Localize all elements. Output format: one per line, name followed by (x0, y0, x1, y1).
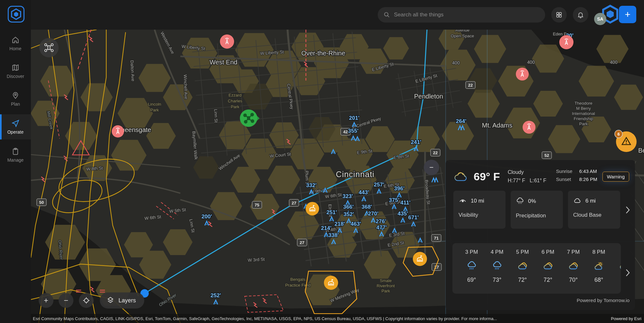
hour-label: 4 PM (491, 249, 504, 255)
sidebar-item-label: Plan (11, 101, 20, 107)
apps-grid-button[interactable] (551, 7, 567, 23)
sidebar-item-discover[interactable]: Discover (0, 59, 31, 84)
layers-button[interactable]: Layers (100, 292, 144, 309)
add-button[interactable]: + (619, 6, 636, 23)
layers-icon (106, 296, 115, 305)
tower-marker[interactable] (220, 34, 234, 49)
weather-warning-button[interactable]: Warning (602, 172, 629, 182)
park-label: Ezzard (229, 93, 242, 98)
tower-marker[interactable] (559, 35, 573, 49)
stadium-marker[interactable] (413, 252, 427, 266)
warning-count-badge: 6 (615, 130, 622, 138)
hour-temp: 73° (493, 277, 501, 283)
account-menu[interactable]: SA (594, 3, 619, 26)
navigation-arrow-icon (11, 119, 20, 128)
cluster-minus-label: − (430, 163, 434, 171)
tower-marker[interactable] (523, 121, 535, 134)
cloud-base-value: 6 mi (585, 198, 596, 204)
route-shield: 50 (39, 200, 44, 205)
clipboard-icon (11, 147, 20, 156)
low-temp: L:61° F (530, 178, 546, 184)
weather-header: 69° F Cloudy H:77° F L:61° F Sunrise 6:4… (446, 160, 635, 185)
stats-scroll-right-button[interactable] (623, 204, 632, 216)
neighborhood-label: West End (210, 59, 237, 66)
tower-marker[interactable] (516, 68, 529, 81)
sidebar-item-home[interactable]: Home (0, 31, 31, 56)
stadium-marker[interactable] (306, 202, 319, 215)
hour-label: 8 PM (592, 249, 605, 255)
app-logo[interactable] (8, 6, 24, 23)
cloudy-icon (568, 261, 579, 271)
park-label: Park (579, 121, 588, 126)
hour-label: 7 PM (567, 249, 580, 255)
street-label: Linn St (213, 109, 218, 123)
hourly-column: 7 PM 70° (561, 243, 586, 294)
hour-label: 5 PM (516, 249, 529, 255)
elevation-label: 375' (389, 197, 399, 203)
search-input[interactable] (394, 12, 539, 18)
neighborhood-label: Over-the-Rhine (301, 50, 346, 57)
neighborhood-label: Mt. Adams (482, 122, 512, 129)
tower-marker[interactable] (112, 125, 124, 138)
sidebar-item-operate[interactable]: Operate (0, 114, 31, 139)
elevation-label: 368' (362, 204, 372, 210)
hour-temp: 68° (594, 277, 603, 283)
map-icon (11, 63, 20, 72)
elevation-label: 355' (348, 128, 358, 134)
sidebar-item-label: Home (9, 46, 21, 51)
precipitation-card: 0% Precipitation (511, 191, 563, 229)
notifications-button[interactable] (573, 7, 588, 23)
sidebar-item-plan[interactable]: Plan (0, 86, 31, 111)
hourly-column: 3 PM 69° (459, 243, 484, 294)
cloudy-icon (619, 261, 621, 271)
global-search[interactable] (378, 7, 545, 23)
route-shield: 52 (545, 153, 549, 158)
zoom-in-label: + (44, 296, 48, 305)
elevation-label: 264' (456, 118, 466, 124)
current-temp: 69° F (474, 170, 500, 183)
hourly-column: 4 PM 73° (484, 243, 510, 294)
city-label: Cincinnati (336, 170, 374, 179)
cluster-marker[interactable]: − (424, 160, 439, 175)
stadium-marker[interactable] (324, 276, 338, 290)
hour-temp: 72° (544, 277, 552, 283)
sunrise-label: Sunrise (556, 168, 575, 174)
park-label: Riverfront (377, 283, 395, 288)
open-space-label: Open Space (451, 33, 474, 38)
elevation-label: 352' (344, 211, 354, 217)
hourly-column: 6 PM 72° (535, 243, 561, 294)
cloud-icon (573, 197, 582, 205)
powered-by-esri: Powered by Esri (603, 316, 641, 321)
elevation-label: 332' (306, 182, 317, 188)
apps-grid-icon (555, 11, 563, 18)
avatar[interactable]: SA (594, 13, 606, 25)
rain-icon (492, 261, 503, 271)
visibility-value: 10 mi (471, 198, 484, 204)
sidebar-item-manage[interactable]: Manage (0, 142, 31, 167)
park-label: Park (150, 108, 159, 112)
hourly-scroll-right-button[interactable] (623, 266, 632, 279)
route-shield: 27 (292, 201, 296, 205)
zoom-out-button[interactable]: − (59, 293, 73, 308)
drone-mission-button[interactable] (39, 38, 59, 57)
chevron-right-icon (624, 268, 631, 277)
park-label: Park (382, 289, 390, 293)
elevation-label: 411' (400, 200, 410, 206)
elevation-label: 338' (328, 232, 339, 238)
brand-hexagon-icon (11, 8, 22, 20)
street-label: Winchell Ave (183, 74, 189, 100)
park-label: Bengals (290, 277, 306, 282)
visibility-label: Visibility (459, 212, 500, 218)
zoom-in-button[interactable]: + (39, 293, 53, 308)
elevation-label: 435' (398, 211, 408, 217)
sidebar-item-label: Operate (7, 129, 24, 135)
park-label: Friendship (574, 116, 593, 121)
search-icon (384, 11, 390, 18)
sidebar: Home Discover Plan Operate Manage (0, 0, 31, 323)
precipitation-label: Precipitation (516, 213, 558, 219)
elevation-label: 276' (376, 218, 386, 224)
hourly-column: 5 PM 72° (510, 243, 535, 294)
contour-label: 400 (610, 60, 618, 65)
locate-button[interactable] (79, 293, 94, 308)
route-shield: 22 (433, 150, 438, 155)
